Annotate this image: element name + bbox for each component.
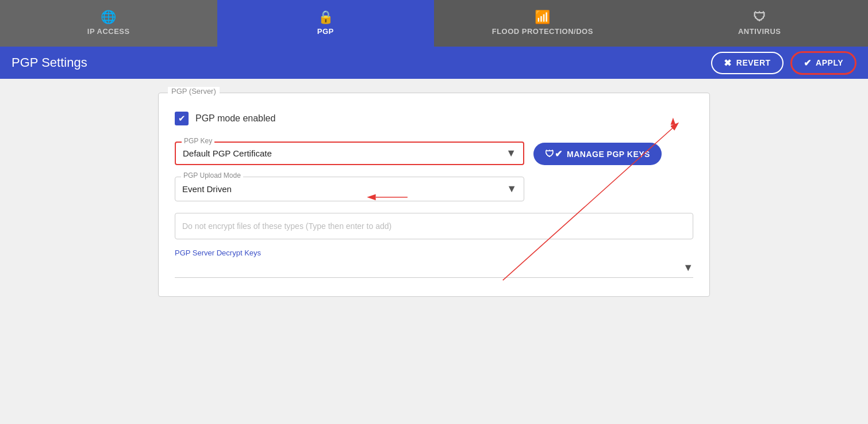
- pgp-key-value: Default PGP Certificate: [183, 148, 272, 158]
- tab-pgp[interactable]: 🔒 PGP: [217, 0, 435, 47]
- manage-pgp-keys-label: MANAGE PGP KEYS: [567, 150, 650, 159]
- checkmark-icon: ✔: [804, 58, 812, 68]
- decrypt-keys-arrow-icon: ▼: [683, 262, 693, 274]
- globe-icon: 🌐: [101, 11, 117, 24]
- tab-antivirus[interactable]: 🛡 ANTIVIRUS: [651, 0, 869, 47]
- close-icon: ✖: [724, 58, 732, 68]
- manage-pgp-keys-button[interactable]: 🛡✔ MANAGE PGP KEYS: [533, 143, 662, 165]
- decrypt-keys-section: PGP Server Decrypt Keys ▼: [175, 249, 693, 278]
- dropdown-arrow-icon: ▼: [506, 147, 516, 159]
- tab-flood-protection[interactable]: 📶 FLOOD PROTECTION/DOS: [434, 0, 651, 47]
- checkmark-icon: ✔: [178, 113, 186, 124]
- page-title: PGP Settings: [11, 55, 87, 70]
- lock-icon: 🔒: [318, 11, 334, 24]
- pgp-mode-row: ✔ PGP mode enabled: [175, 112, 693, 125]
- main-content: PGP (Server) ✔ PGP mode enabled PGP Key …: [0, 79, 868, 311]
- pgp-mode-label: PGP mode enabled: [195, 113, 275, 124]
- upload-mode-arrow-icon: ▼: [506, 183, 517, 195]
- pgp-upload-mode-group[interactable]: PGP Upload Mode Event Driven ▼: [175, 177, 524, 201]
- page-header: PGP Settings ✖ REVERT ✔ APPLY: [0, 47, 868, 79]
- apply-button[interactable]: ✔ APPLY: [790, 51, 857, 75]
- wifi-icon: 📶: [535, 11, 551, 24]
- pgp-key-label: PGP Key: [182, 137, 214, 145]
- pgp-mode-checkbox[interactable]: ✔: [175, 112, 189, 125]
- pgp-server-legend: PGP (Server): [168, 87, 220, 96]
- upload-mode-select[interactable]: Event Driven ▼: [182, 183, 517, 195]
- decrypt-keys-dropdown[interactable]: ▼: [175, 262, 693, 278]
- pgp-key-group[interactable]: PGP Key Default PGP Certificate ▼: [175, 142, 524, 165]
- encrypt-exclusion-placeholder: Do not encrypt files of these types (Typ…: [182, 221, 391, 231]
- revert-label: REVERT: [736, 58, 771, 67]
- pgp-key-select[interactable]: Default PGP Certificate ▼: [183, 147, 516, 159]
- apply-label: APPLY: [816, 58, 843, 67]
- tab-ip-access-label: IP ACCESS: [87, 27, 130, 36]
- top-navigation: 🌐 IP ACCESS 🔒 PGP 📶 FLOOD PROTECTION/DOS…: [0, 0, 868, 47]
- pgp-server-section: PGP (Server) ✔ PGP mode enabled PGP Key …: [158, 93, 710, 297]
- tab-pgp-label: PGP: [317, 27, 334, 36]
- tab-ip-access[interactable]: 🌐 IP ACCESS: [0, 0, 217, 47]
- shield-icon: 🛡: [753, 11, 766, 24]
- pgp-key-row: PGP Key Default PGP Certificate ▼ 🛡✔ MAN…: [175, 142, 693, 165]
- pgp-upload-mode-label: PGP Upload Mode: [181, 171, 243, 179]
- upload-mode-value: Event Driven: [182, 184, 232, 194]
- header-actions: ✖ REVERT ✔ APPLY: [711, 51, 857, 75]
- decrypt-keys-label: PGP Server Decrypt Keys: [175, 249, 693, 257]
- tab-flood-protection-label: FLOOD PROTECTION/DOS: [492, 27, 593, 36]
- shield-check-icon: 🛡✔: [545, 148, 562, 159]
- revert-button[interactable]: ✖ REVERT: [711, 52, 783, 74]
- encrypt-exclusion-field[interactable]: Do not encrypt files of these types (Typ…: [175, 213, 693, 239]
- tab-antivirus-label: ANTIVIRUS: [738, 27, 781, 36]
